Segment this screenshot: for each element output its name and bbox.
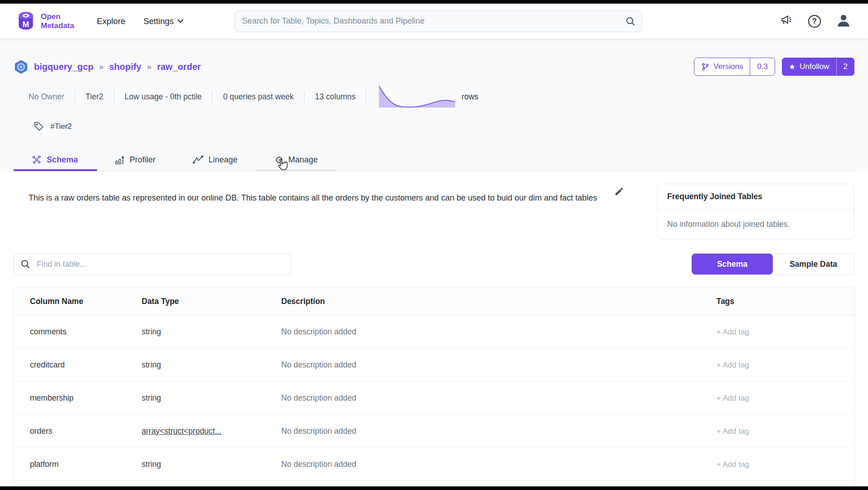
top-navbar: M Open Metadata Explore Settings ? [0,4,868,39]
entity-stats-row: No Owner Tier2 Low usage - 0th pctile 0 … [29,85,854,108]
breadcrumb-separator: » [99,62,104,72]
versions-label: Versions [713,62,743,71]
add-tag-button[interactable]: + Add tag [717,361,749,369]
chevron-down-icon [177,19,184,23]
nav-item-explore[interactable]: Explore [97,16,126,26]
main-nav: Explore Settings [97,16,184,26]
database-service-icon [14,59,29,74]
screen-frame-top [0,0,868,4]
schema-sample-toggle: Schema Sample Data [691,253,854,275]
schema-tab-icon [32,155,42,165]
global-search [234,10,642,32]
unfollow-label: Unfollow [800,62,829,71]
tier-tag-label[interactable]: #Tier2 [50,122,72,131]
svg-text:M: M [23,20,29,29]
column-data-type: string [142,382,281,415]
table-row: membership string No description added +… [14,382,855,415]
add-tag-button[interactable]: + Add tag [717,427,749,436]
joined-tables-title: Frequently Joined Tables [658,184,854,210]
global-search-input[interactable] [234,10,642,32]
column-data-type: string [142,348,281,382]
columns-table: Column Name Data Type Description Tags c… [14,288,855,486]
schema-tab-content: This is a raw orders table as represente… [0,172,868,486]
lineage-tab-icon [193,155,204,164]
breadcrumb-table[interactable]: raw_order [157,62,201,72]
header-tags: Tags [710,288,855,315]
header-data-type: Data Type [142,288,281,315]
column-name: platform [14,448,142,481]
column-name: creditcard [14,348,142,382]
column-name: membership [14,382,142,415]
entity-page-header: bigquery_gcp » shopify » raw_order Versi… [0,39,868,172]
whats-new-megaphone-icon[interactable] [779,14,793,29]
table-row: orders array<struct<product... No descri… [14,415,855,448]
column-data-type-link[interactable]: array<struct<product... [142,426,222,436]
add-tag-button[interactable]: + Add tag [717,328,749,336]
column-description: No description added [281,315,710,348]
entity-tabs: Schema Profiler Lineage ⚙ [14,148,854,172]
stat-columns: 13 columns [305,92,366,102]
screen-frame-bottom [0,486,868,490]
rows-sparkline-wrap [379,85,455,108]
version-branch-icon [701,63,709,71]
toggle-schema-button[interactable]: Schema [692,254,773,274]
find-in-table [14,253,291,275]
table-row-partial [14,481,855,487]
entity-tags-row: #Tier2 [33,121,854,132]
add-tag-button[interactable]: + Add tag [717,394,749,402]
entity-page: bigquery_gcp » shopify » raw_order Versi… [0,39,868,486]
stat-tier: Tier2 [75,92,114,102]
table-row: creditcard string No description added +… [14,348,855,382]
toggle-sample-data-button[interactable]: Sample Data [773,254,854,274]
stat-owner: No Owner [29,92,75,102]
column-description: No description added [281,448,710,481]
profiler-tab-icon [115,155,125,165]
unfollow-button[interactable]: ★ Unfollow 2 [782,58,854,76]
column-name: comments [14,315,142,348]
add-tag-button[interactable]: + Add tag [717,460,749,469]
find-search-icon [20,259,30,271]
help-icon[interactable]: ? [808,15,821,28]
user-avatar[interactable] [836,13,851,29]
frequently-joined-tables-card: Frequently Joined Tables No information … [657,184,854,240]
openmetadata-logo-icon: M [15,11,36,32]
breadcrumb-service[interactable]: bigquery_gcp [34,62,93,72]
logo-wordmark: Open Metadata [41,12,74,30]
column-data-type: string [142,315,281,348]
tab-profiler[interactable]: Profiler [97,148,175,171]
columns-table-header-row: Column Name Data Type Description Tags [14,288,855,315]
manage-gear-icon: ⚙ [275,155,283,165]
column-name: orders [14,415,142,448]
table-description: This is a raw orders table as represente… [29,192,605,204]
column-data-type: string [142,448,281,481]
nav-item-settings[interactable]: Settings [143,16,184,26]
version-number: 0.3 [750,58,775,75]
tag-icon [33,121,44,132]
breadcrumb-separator: » [147,62,152,72]
tab-schema[interactable]: Schema [14,148,97,171]
column-description: No description added [281,348,710,382]
navbar-right-icons: ? [779,13,851,29]
versions-button[interactable]: Versions 0.3 [694,58,775,76]
table-row: platform string No description added + A… [14,448,855,481]
edit-description-icon[interactable] [614,186,624,198]
rows-sparkline [379,85,455,108]
openmetadata-logo[interactable]: M Open Metadata [15,11,74,32]
find-in-table-input[interactable] [14,253,291,275]
header-column-name: Column Name [14,288,142,315]
table-row: comments string No description added + A… [14,315,855,348]
header-description: Description [281,288,710,315]
star-icon: ★ [789,63,795,71]
follower-count: 2 [836,58,854,76]
stat-queries: 0 queries past week [213,92,304,102]
tab-lineage[interactable]: Lineage [175,148,257,171]
search-icon[interactable] [626,16,635,28]
column-description: No description added [281,382,710,415]
breadcrumb: bigquery_gcp » shopify » raw_order [14,59,201,74]
column-description: No description added [281,415,710,448]
breadcrumb-schema[interactable]: shopify [109,62,141,72]
rows-label: rows [461,92,478,102]
joined-tables-empty-message: No information about joined tables. [658,210,854,239]
stat-usage: Low usage - 0th pctile [114,92,212,102]
tab-manage[interactable]: ⚙ Manage [257,148,337,171]
